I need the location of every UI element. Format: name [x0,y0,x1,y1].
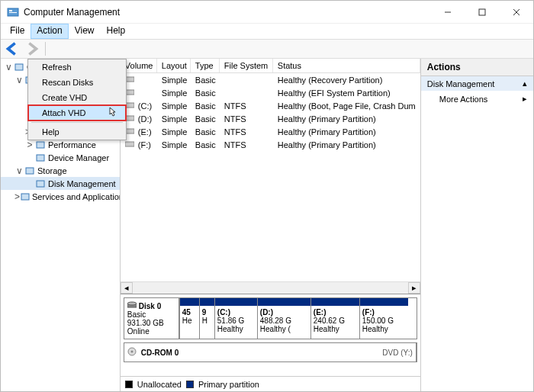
disk-0-name: Disk 0 [139,302,161,310]
tree-item-label: Storage [37,166,67,175]
svg-rect-15 [26,168,34,174]
expander-icon[interactable]: ∨ [14,75,24,85]
svg-rect-4 [479,9,485,15]
legend: Unallocated Primary partition [121,376,420,391]
table-row[interactable]: (F:)SimpleBasicNTFSHealthy (Primary Part… [121,138,420,151]
disk-graphical-panel: Disk 0 Basic 931.30 GB Online 45He9H(C:)… [121,294,420,376]
chevron-right-icon: ▸ [523,94,527,104]
menu-refresh[interactable]: Refresh [28,59,126,75]
actions-pane: Actions Disk Management ▴ More Actions ▸ [421,59,533,391]
menu-rescan-disks[interactable]: Rescan Disks [28,75,126,90]
actions-section[interactable]: Disk Management ▴ [421,76,533,91]
cdrom-icon [127,347,137,358]
table-row[interactable]: SimpleBasicHealthy (EFI System Partition… [121,86,420,99]
actions-header: Actions [421,59,533,76]
scroll-right-icon[interactable]: ▸ [408,282,420,294]
tree-item-label: Performance [48,140,96,149]
svg-rect-17 [21,194,29,200]
maximize-button[interactable] [465,1,499,24]
collapse-icon: ▴ [523,79,527,88]
menu-attach-vhd-label: Attach VHD [42,108,85,117]
menu-separator [31,122,123,123]
minimize-button[interactable] [430,1,465,24]
tree-item-label: Services and Applications [32,192,121,201]
table-body: SimpleBasicHealthy (Recovery Partition) … [121,73,420,151]
disk-row-0[interactable]: Disk 0 Basic 931.30 GB Online 45He9H(C:)… [124,297,417,339]
legend-unallocated-label: Unallocated [137,380,182,389]
toolbar-separator [45,42,46,56]
close-button[interactable] [499,1,533,24]
partition[interactable]: (C:)51.86 GHealthy [214,298,257,339]
tree-icon [34,152,47,164]
col-filesystem[interactable]: File System [220,59,273,72]
tree-item[interactable]: ∨Storage [1,164,120,177]
disk-0-state: Online [127,327,175,336]
back-button[interactable] [4,41,21,56]
tree-icon [20,191,31,203]
menu-help[interactable]: Help [101,24,132,39]
svg-point-25 [127,302,137,305]
action-dropdown: Refresh Rescan Disks Create VHD Attach V… [27,59,127,140]
scroll-left-icon[interactable]: ◂ [121,282,133,294]
actions-more[interactable]: More Actions ▸ [421,91,533,107]
svg-rect-1 [9,10,12,11]
table-row[interactable]: (E:)SimpleBasicNTFSHealthy (Primary Part… [121,125,420,138]
col-layout[interactable]: Layout [157,59,191,72]
legend-primary-label: Primary partition [198,380,259,389]
volume-icon [125,140,136,148]
partition[interactable]: (D:)488.28 GHealthy ( [257,298,310,339]
title-bar: Computer Management [1,1,533,24]
horizontal-scrollbar[interactable]: ◂ ▸ [121,281,420,294]
actions-section-label: Disk Management [427,79,495,88]
cdrom-row[interactable]: CD-ROM 0 DVD (Y:) [124,342,417,362]
cdrom-name: CD-ROM 0 [141,349,179,357]
partition[interactable]: (F:)150.00 GHealthy [359,298,408,339]
actions-more-label: More Actions [439,95,488,104]
menu-help-item[interactable]: Help [28,124,126,140]
svg-point-27 [130,351,133,353]
expander-icon[interactable]: ∨ [14,165,24,176]
partition[interactable]: (E:)240.62 GHealthy [310,298,359,339]
menu-view[interactable]: View [69,24,101,39]
menu-bar: File Action View Help [1,24,533,39]
expander-icon[interactable]: > [14,191,20,202]
svg-rect-16 [37,181,44,187]
partition[interactable]: 45He [179,298,199,339]
volumes-table: Volume Layout Type File System Status Si… [121,59,420,281]
tree-item-label: Disk Management [48,179,116,188]
menu-action[interactable]: Action [31,24,68,39]
disk-0-type: Basic [127,310,175,319]
disk-0-label: Disk 0 Basic 931.30 GB Online [124,298,179,339]
col-status[interactable]: Status [273,59,420,72]
disk-icon [127,301,137,310]
tree-icon [13,61,25,73]
partition[interactable]: 9H [199,298,214,339]
disk-0-size: 931.30 GB [127,319,175,327]
col-type[interactable]: Type [191,59,220,72]
svg-rect-2 [9,12,17,13]
table-header: Volume Layout Type File System Status [121,59,420,73]
expander-icon[interactable]: ∨ [4,62,13,72]
table-row[interactable]: SimpleBasicHealthy (Recovery Partition) [121,73,420,86]
table-row[interactable]: (C:)SimpleBasicNTFSHealthy (Boot, Page F… [121,99,420,112]
legend-swatch-unallocated [125,381,133,388]
menu-attach-vhd[interactable]: Attach VHD [28,105,126,120]
tree-icon [34,178,47,190]
cdrom-label: CD-ROM 0 DVD (Y:) [124,343,417,361]
menu-file[interactable]: File [4,24,31,39]
cdrom-sub: DVD (Y:) [382,349,412,357]
tree-item[interactable]: Disk Management [1,177,120,190]
disk-0-partitions: 45He9H(C:)51.86 GHealthy(D:)488.28 GHeal… [179,298,417,339]
svg-rect-13 [37,142,44,148]
main-panel: Volume Layout Type File System Status Si… [121,59,421,391]
app-icon [7,6,19,18]
legend-swatch-primary [186,381,194,388]
tree-item[interactable]: Device Manager [1,151,120,164]
expander-icon[interactable]: > [25,140,34,150]
svg-rect-23 [125,142,134,146]
toolbar [1,39,533,59]
forward-button[interactable] [24,41,40,56]
menu-create-vhd[interactable]: Create VHD [28,90,126,105]
tree-item[interactable]: >Services and Applications [1,190,120,203]
table-row[interactable]: (D:)SimpleBasicNTFSHealthy (Primary Part… [121,112,420,125]
